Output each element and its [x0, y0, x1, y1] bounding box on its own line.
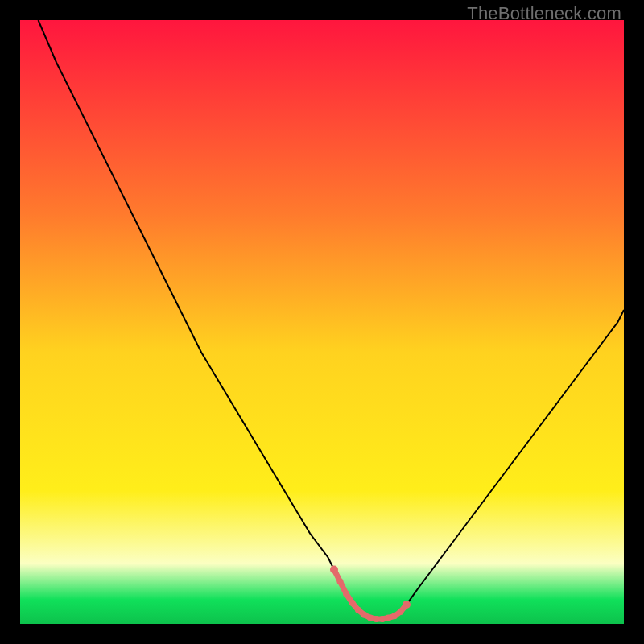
gradient-background — [20, 20, 624, 624]
optimal-marker — [391, 613, 398, 619]
optimal-marker — [330, 566, 338, 574]
optimal-marker — [337, 579, 344, 585]
optimal-marker — [386, 615, 392, 621]
optimal-marker — [379, 616, 386, 622]
optimal-marker — [402, 601, 411, 609]
optimal-marker — [349, 600, 356, 606]
outer-frame: TheBottleneck.com — [0, 0, 644, 644]
optimal-marker — [361, 612, 368, 618]
plot-area — [20, 20, 624, 624]
chart-svg — [20, 20, 624, 624]
optimal-marker — [355, 607, 361, 613]
optimal-marker — [343, 591, 349, 597]
optimal-marker — [367, 615, 374, 621]
watermark-text: TheBottleneck.com — [467, 3, 621, 24]
optimal-marker — [398, 609, 404, 615]
optimal-marker — [374, 616, 380, 622]
